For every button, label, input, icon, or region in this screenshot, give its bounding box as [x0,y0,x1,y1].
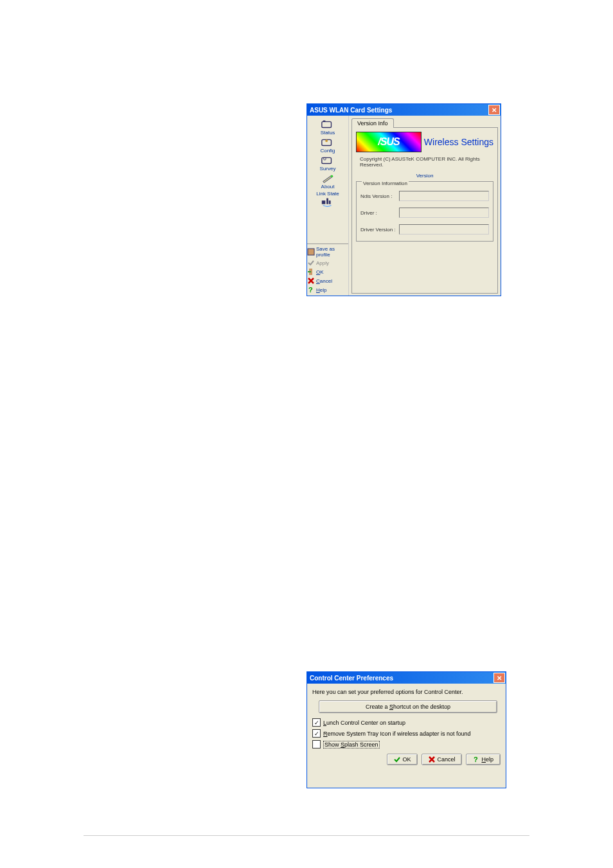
tab-version-info[interactable]: Version Info [351,118,394,128]
survey-icon [321,155,335,165]
sidebar: Status Config Survey About Link State [307,116,349,296]
create-shortcut-button[interactable]: Create a Shortcut on the desktop [319,700,497,713]
svg-rect-1 [323,121,326,122]
sidebar-item-label: Status [321,130,335,136]
close-button[interactable]: ✕ [488,105,500,115]
panel-heading: Wireless Settings [424,137,493,147]
checkmark-icon [394,756,400,763]
svg-rect-10 [308,249,314,255]
x-icon [429,756,435,763]
tab-panel: /SUS Wireless Settings Copyright (C) ASU… [351,127,498,294]
cancel-button[interactable]: Cancel [305,276,351,285]
apply-button: Apply [305,258,351,267]
help-question-icon: ? [307,286,315,294]
action-label: Apply [316,260,329,266]
checkbox-label: Remove System Tray Icon if wireless adap… [323,731,471,737]
cancel-x-icon [307,277,315,285]
lunch-startup-checkbox-row[interactable]: ✓ Lunch Control Center on startup [312,718,501,727]
checkbox-label: Show Splash Screen [323,741,380,748]
button-label: Create a Shortcut on the desktop [366,704,450,710]
help-button[interactable]: ? Help [466,754,501,765]
close-icon: ✕ [492,107,497,114]
apply-icon [307,259,315,267]
ndis-value [399,191,489,201]
action-label: Help [316,287,326,293]
close-icon: ✕ [497,675,502,682]
checkbox-unchecked-icon[interactable] [312,740,321,748]
svg-text:?: ? [474,756,478,763]
about-icon [321,173,335,183]
save-profile-button[interactable]: Save as profile [305,245,351,258]
sidebar-item-label: Survey [320,166,336,172]
config-icon [321,137,335,147]
svg-rect-0 [322,121,332,127]
ok-door-icon [307,268,315,276]
titlebar-text: ASUS WLAN Card Settings [310,107,392,114]
close-button[interactable]: ✕ [493,673,505,683]
logo-text: /SUS [378,136,399,148]
svg-rect-9 [329,200,331,204]
driver-version-value [399,224,489,235]
ok-button[interactable]: OK [387,754,418,765]
button-label: Help [481,756,493,763]
ok-button[interactable]: OK [305,267,351,276]
remove-tray-checkbox-row[interactable]: ✓ Remove System Tray Icon if wireless ad… [312,729,501,738]
page-divider [84,835,529,836]
sidebar-item-survey[interactable]: Survey [307,155,348,172]
save-icon [307,248,315,256]
svg-rect-8 [326,199,328,204]
sidebar-item-linkstate[interactable]: Link State [307,191,348,208]
titlebar: ASUS WLAN Card Settings ✕ [307,104,501,116]
driver-label: Driver : [360,210,399,216]
sidebar-item-config[interactable]: Config [307,137,348,154]
status-icon [321,119,335,129]
checkbox-label: Lunch Control Center on startup [323,720,405,726]
svg-text:?: ? [308,286,313,294]
sidebar-item-about[interactable]: About [307,173,348,190]
help-button[interactable]: ? Help [305,285,351,294]
action-label: Save as profile [316,246,348,258]
wlan-settings-dialog: ASUS WLAN Card Settings ✕ Status Config … [306,103,501,296]
sidebar-item-status[interactable]: Status [307,119,348,136]
action-label: OK [316,269,324,275]
button-label: Cancel [437,756,455,763]
button-label: OK [402,756,411,763]
dialog-description: Here you can set your preferred options … [312,689,501,695]
splash-screen-checkbox-row[interactable]: Show Splash Screen [312,740,501,748]
ndis-label: Ndis Version : [360,193,399,199]
svg-point-6 [331,175,333,177]
titlebar-text: Control Center Preferences [310,675,393,682]
version-header: Version [356,173,493,179]
svg-rect-7 [322,200,326,204]
sidebar-item-label: About [321,184,335,190]
version-fieldset: Version Information Ndis Version : Drive… [356,181,493,242]
question-icon: ? [473,756,479,763]
fieldset-legend: Version Information [362,181,409,186]
svg-rect-4 [322,157,332,163]
linkstate-icon [321,197,335,207]
sidebar-item-label: Link State [316,191,339,197]
driver-value [399,208,489,218]
copyright-text: Copyright (C) ASUSTeK COMPUTER INC. All … [360,156,493,168]
control-center-preferences-dialog: Control Center Preferences ✕ Here you ca… [306,671,506,788]
titlebar: Control Center Preferences ✕ [307,672,506,684]
cancel-button[interactable]: Cancel [422,754,462,765]
tab-label: Version Info [357,120,388,127]
asus-logo: /SUS [356,132,422,152]
sidebar-item-label: Config [320,148,335,154]
svg-point-3 [325,139,328,142]
driver-version-label: Driver Version : [360,227,399,233]
action-label: Cancel [316,278,332,284]
checkbox-checked-icon[interactable]: ✓ [312,718,321,727]
checkbox-checked-icon[interactable]: ✓ [312,729,321,738]
